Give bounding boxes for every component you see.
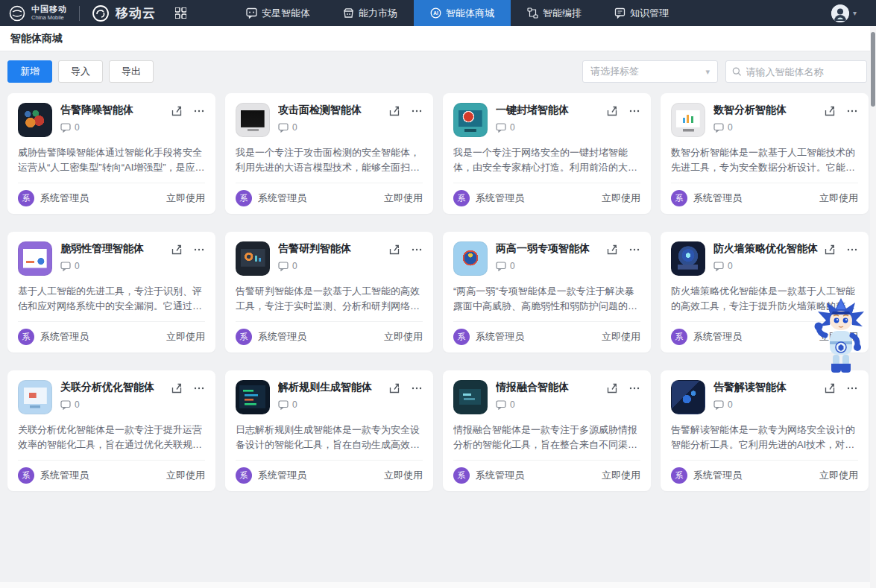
nav-item-agent-store[interactable]: AI 智能体商城: [414, 0, 511, 26]
comments-value: 0: [292, 261, 297, 271]
comment-icon: [278, 123, 289, 133]
agent-card[interactable]: 关联分析优化智能体 0: [7, 370, 215, 491]
share-button[interactable]: [171, 382, 183, 414]
card-title: 关联分析优化智能体: [60, 381, 171, 394]
share-button[interactable]: [824, 244, 836, 276]
search-input[interactable]: [746, 66, 861, 78]
card-description: 数智分析智能体是一款基于人工智能技术的先进工具，专为安全数据分析设计。它能够高效…: [671, 145, 858, 175]
agent-card[interactable]: 两高一弱专项智能体 0: [443, 232, 651, 353]
owner-name: 系统管理员: [476, 330, 524, 344]
more-button[interactable]: [628, 244, 640, 276]
owner-name: 系统管理员: [40, 192, 89, 205]
nav-item-label: 能力市场: [359, 7, 397, 20]
use-now-link[interactable]: 立即使用: [819, 469, 858, 482]
share-button[interactable]: [388, 105, 400, 137]
top-navbar: 中国移动 China Mobile 移动云 安星智能体: [0, 0, 876, 26]
agent-card[interactable]: 脆弱性管理智能体 0: [7, 232, 215, 353]
share-icon: [171, 105, 183, 117]
user-menu[interactable]: ▾: [831, 0, 876, 26]
more-button[interactable]: [411, 382, 423, 414]
share-button[interactable]: [388, 244, 400, 276]
nav-item-orchestration[interactable]: 智能编排: [511, 0, 598, 26]
share-icon: [824, 244, 836, 256]
comments-count: 0: [60, 399, 171, 410]
agent-card[interactable]: 告警解读智能体 0: [661, 370, 869, 491]
share-icon: [606, 382, 618, 394]
agent-card[interactable]: 数智分析智能体 0: [661, 93, 869, 214]
vertical-scrollbar-thumb[interactable]: [871, 32, 875, 107]
share-button[interactable]: [171, 244, 183, 276]
more-button[interactable]: [628, 105, 640, 137]
mobile-cloud-wordmark: 移动云: [116, 4, 156, 22]
export-button[interactable]: 导出: [109, 60, 154, 83]
assistant-mascot[interactable]: [813, 297, 869, 373]
more-button[interactable]: [193, 244, 205, 276]
more-button[interactable]: [628, 382, 640, 414]
share-button[interactable]: [606, 105, 618, 137]
more-button[interactable]: [193, 382, 205, 414]
vertical-scrollbar[interactable]: [870, 26, 876, 588]
use-now-link[interactable]: 立即使用: [166, 469, 205, 482]
use-now-link[interactable]: 立即使用: [602, 192, 640, 205]
comment-icon: [496, 262, 506, 271]
card-description: 我是一个专注于攻击面检测的安全智能体，利用先进的大语言模型技术，能够全面扫描和分…: [236, 145, 423, 175]
owner-avatar: 系: [671, 190, 687, 206]
agent-card[interactable]: 一键封堵智能体 0: [443, 93, 651, 214]
more-button[interactable]: [846, 105, 858, 137]
alert-noise-reduction-thumb: [18, 103, 52, 137]
share-button[interactable]: [824, 105, 836, 137]
share-icon: [388, 244, 400, 256]
use-now-link[interactable]: 立即使用: [166, 330, 205, 344]
comments-count: 0: [713, 399, 824, 410]
card-description: 情报融合智能体是一款专注于多源威胁情报分析的智能化工具，旨在整合来自不同渠道的情…: [453, 423, 640, 452]
comments-value: 0: [728, 399, 733, 410]
owner-initial: 系: [675, 470, 684, 481]
import-button[interactable]: 导入: [58, 60, 103, 83]
agent-card[interactable]: 告警降噪智能体 0: [7, 93, 215, 214]
share-icon: [606, 105, 618, 117]
more-button[interactable]: [193, 105, 205, 137]
agent-card[interactable]: 解析规则生成智能体 0: [225, 370, 433, 491]
use-now-link[interactable]: 立即使用: [166, 192, 205, 205]
share-button[interactable]: [171, 105, 183, 137]
user-avatar[interactable]: [831, 4, 849, 22]
owner-initial: 系: [22, 193, 31, 204]
more-button[interactable]: [846, 382, 858, 414]
more-button[interactable]: [411, 244, 423, 276]
ellipsis-icon: [411, 382, 423, 394]
horizontal-scrollbar[interactable]: [0, 582, 870, 588]
share-button[interactable]: [388, 382, 400, 414]
card-description: “两高一弱”专项智能体是一款专注于解决暴露面中高威胁、高脆弱性和弱防护问题的智能…: [453, 284, 640, 314]
apps-grid-button[interactable]: [168, 0, 194, 26]
one-click-block-thumb: [453, 103, 488, 137]
owner-avatar: 系: [453, 190, 470, 206]
nav-item-knowledge-mgmt[interactable]: 知识管理: [598, 0, 685, 26]
card-description: 告警研判智能体是一款基于人工智能的高效工具，专注于实时监测、分析和研判网络安全脆…: [236, 284, 423, 314]
use-now-link[interactable]: 立即使用: [384, 192, 423, 205]
agent-card[interactable]: 告警研判智能体 0: [225, 232, 433, 353]
nav-item-label: 知识管理: [630, 7, 669, 20]
tag-select[interactable]: 请选择标签 ▾: [582, 60, 718, 83]
card-title: 告警解读智能体: [713, 381, 824, 394]
comments-value: 0: [292, 399, 297, 410]
agent-card[interactable]: 攻击面检测智能体 0: [225, 93, 433, 214]
comment-icon: [713, 123, 724, 133]
owner-initial: 系: [458, 470, 466, 481]
add-button[interactable]: 新增: [7, 60, 52, 83]
share-button[interactable]: [824, 382, 836, 414]
share-button[interactable]: [606, 382, 618, 414]
agent-card[interactable]: 情报融合智能体 0: [443, 370, 651, 491]
more-button[interactable]: [411, 105, 423, 137]
nav-item-capability-market[interactable]: 能力市场: [327, 0, 414, 26]
more-button[interactable]: [846, 244, 858, 276]
use-now-link[interactable]: 立即使用: [819, 192, 858, 205]
use-now-link[interactable]: 立即使用: [384, 469, 423, 482]
owner-initial: 系: [240, 332, 248, 343]
owner-name: 系统管理员: [476, 469, 524, 482]
share-button[interactable]: [606, 244, 618, 276]
nav-item-anxing-agent[interactable]: 安星智能体: [230, 0, 327, 26]
search-icon: [732, 66, 742, 77]
use-now-link[interactable]: 立即使用: [602, 469, 640, 482]
use-now-link[interactable]: 立即使用: [384, 330, 423, 344]
use-now-link[interactable]: 立即使用: [602, 330, 640, 344]
